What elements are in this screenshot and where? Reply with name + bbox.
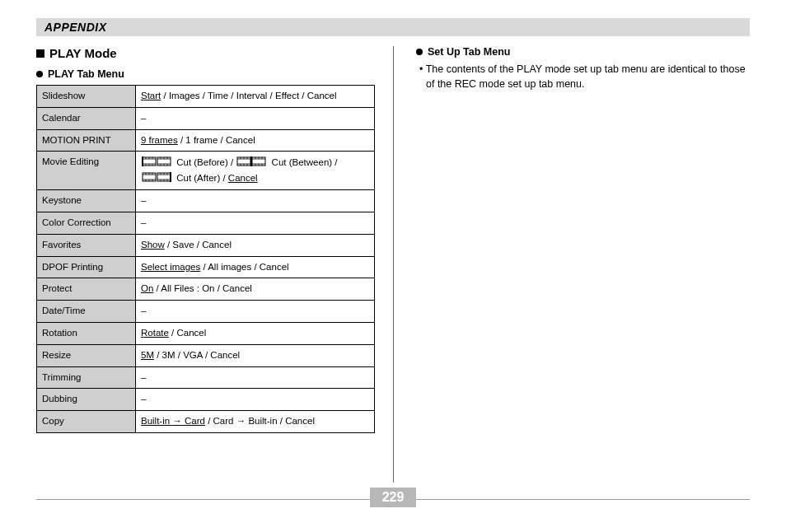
- table-row: Date/Time–: [37, 301, 375, 323]
- menu-item-options: Start / Images / Time / Interval / Effec…: [136, 86, 375, 108]
- option-text: 5M: [141, 350, 154, 360]
- option-text: 9 frames: [141, 135, 178, 145]
- section-title: PLAY Mode: [36, 46, 375, 60]
- arrow-icon: →: [172, 416, 182, 426]
- option-text: Built-in / Cancel: [246, 416, 315, 426]
- option-text: Cut (Before) /: [174, 157, 236, 167]
- page-number: 229: [382, 490, 405, 505]
- table-row: ProtectOn / All Files : On / Cancel: [37, 278, 375, 301]
- film-strip-icon: [141, 155, 174, 168]
- menu-item-options: –: [136, 107, 375, 129]
- film-strip-icon: [236, 155, 269, 168]
- option-text: On: [141, 283, 153, 293]
- page-footer: 229: [36, 492, 750, 520]
- right-subsection-text: Set Up Tab Menu: [428, 46, 510, 58]
- menu-item-options: –: [136, 212, 375, 234]
- table-row: Trimming–: [37, 366, 375, 389]
- menu-item-options: –: [136, 389, 375, 411]
- menu-item-options: Cut (Before) / Cut (Between) /: [136, 152, 375, 190]
- left-subsection-title: PLAY Tab Menu: [36, 68, 375, 80]
- setup-body-text: • The contents of the PLAY mode set up t…: [423, 63, 750, 91]
- right-column: Set Up Tab Menu • The contents of the PL…: [393, 46, 750, 433]
- menu-item-label: Calendar: [37, 107, 136, 129]
- option-text: –: [141, 372, 146, 382]
- menu-item-options: –: [136, 190, 375, 212]
- film-strip-icon: [141, 170, 174, 184]
- menu-item-options: On / All Files : On / Cancel: [136, 278, 375, 301]
- table-row: Dubbing–: [37, 389, 375, 411]
- option-text: –: [141, 306, 146, 315]
- menu-item-label: Trimming: [37, 366, 136, 389]
- menu-item-label: Favorites: [37, 234, 136, 256]
- menu-item-label: Keystone: [37, 190, 136, 212]
- menu-item-options: Built-in → Card / Card → Built-in / Canc…: [136, 411, 375, 433]
- menu-item-options: Rotate / Cancel: [136, 322, 375, 344]
- option-text: / Images / Time / Interval / Effect / Ca…: [161, 91, 336, 100]
- table-row: DPOF PrintingSelect images / All images …: [37, 256, 375, 278]
- arrow-icon: →: [236, 416, 246, 426]
- option-text: / Cancel: [169, 328, 206, 338]
- option-text: Cancel: [228, 173, 258, 183]
- menu-item-options: –: [136, 301, 375, 323]
- option-text: Show: [141, 240, 165, 250]
- right-subsection-title: Set Up Tab Menu: [416, 46, 750, 58]
- option-text: Start: [141, 91, 161, 100]
- column-divider: [393, 46, 394, 483]
- option-text: / 3M / VGA / Cancel: [154, 350, 240, 360]
- option-text: –: [141, 113, 146, 123]
- option-text: / Card: [205, 416, 236, 426]
- menu-item-options: 9 frames / 1 frame / Cancel: [136, 129, 375, 152]
- menu-item-label: Protect: [37, 278, 136, 301]
- option-text: –: [141, 195, 146, 205]
- option-text: Built-in: [141, 416, 172, 426]
- menu-item-options: 5M / 3M / VGA / Cancel: [136, 344, 375, 366]
- menu-item-label: Movie Editing: [37, 152, 136, 190]
- option-text: Cut (Between) /: [269, 157, 337, 167]
- option-text: / All images / Cancel: [200, 262, 288, 272]
- menu-item-options: –: [136, 366, 375, 389]
- table-row: SlideshowStart / Images / Time / Interva…: [37, 86, 375, 108]
- section-title-text: PLAY Mode: [49, 46, 117, 60]
- option-text: / Save / Cancel: [165, 240, 232, 250]
- page-number-box: 229: [370, 488, 416, 507]
- appendix-label: APPENDIX: [44, 21, 107, 34]
- play-tab-menu-table: SlideshowStart / Images / Time / Interva…: [36, 85, 375, 433]
- round-bullet-icon: [36, 71, 43, 77]
- option-text: Rotate: [141, 328, 169, 338]
- round-bullet-icon: [416, 49, 423, 55]
- table-row: Color Correction–: [37, 212, 375, 234]
- menu-item-label: Color Correction: [37, 212, 136, 234]
- menu-item-label: Dubbing: [37, 389, 136, 411]
- setup-body-content: The contents of the PLAY mode set up tab…: [426, 63, 746, 90]
- left-subsection-text: PLAY Tab Menu: [48, 68, 124, 80]
- table-row: FavoritesShow / Save / Cancel: [37, 234, 375, 256]
- square-bullet-icon: [36, 49, 44, 58]
- option-text: Card: [182, 416, 205, 426]
- menu-item-options: Select images / All images / Cancel: [136, 256, 375, 278]
- option-text: Cut (After) /: [174, 173, 228, 183]
- menu-item-label: Resize: [37, 344, 136, 366]
- option-text: –: [141, 394, 146, 404]
- menu-item-label: MOTION PRINT: [37, 129, 136, 152]
- left-column: PLAY Mode PLAY Tab Menu SlideshowStart /…: [36, 46, 393, 433]
- option-text: Select images: [141, 262, 200, 272]
- option-text: / All Files : On / Cancel: [153, 283, 252, 293]
- menu-item-options: Show / Save / Cancel: [136, 234, 375, 256]
- option-text: –: [141, 217, 146, 227]
- table-row: RotationRotate / Cancel: [37, 322, 375, 344]
- option-text: / 1 frame / Cancel: [178, 135, 255, 145]
- table-row: CopyBuilt-in → Card / Card → Built-in / …: [37, 411, 375, 433]
- menu-item-label: Rotation: [37, 322, 136, 344]
- table-row: Movie Editing Cut (Before) /: [37, 152, 375, 190]
- table-row: Resize5M / 3M / VGA / Cancel: [37, 344, 375, 366]
- table-row: Keystone–: [37, 190, 375, 212]
- menu-item-label: DPOF Printing: [37, 256, 136, 278]
- menu-item-label: Copy: [37, 411, 136, 433]
- menu-item-label: Slideshow: [37, 86, 136, 108]
- appendix-header-bar: APPENDIX: [36, 18, 750, 36]
- menu-item-label: Date/Time: [37, 301, 136, 323]
- table-row: Calendar–: [37, 107, 375, 129]
- table-row: MOTION PRINT9 frames / 1 frame / Cancel: [37, 129, 375, 152]
